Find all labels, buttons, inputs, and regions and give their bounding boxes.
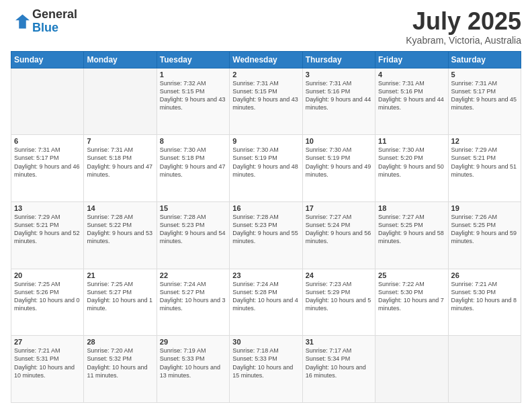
day-info: Sunrise: 7:32 AM Sunset: 5:15 PM Dayligh…: [160, 79, 226, 112]
day-number: 4: [378, 71, 445, 79]
day-info: Sunrise: 7:26 AM Sunset: 5:25 PM Dayligh…: [451, 213, 518, 246]
calendar-cell: 25Sunrise: 7:22 AM Sunset: 5:30 PM Dayli…: [375, 269, 448, 336]
day-number: 10: [306, 137, 372, 145]
calendar-cell: 14Sunrise: 7:28 AM Sunset: 5:22 PM Dayli…: [84, 201, 157, 269]
calendar-cell: 15Sunrise: 7:28 AM Sunset: 5:23 PM Dayli…: [157, 201, 229, 269]
week-row-2: 6Sunrise: 7:31 AM Sunset: 5:17 PM Daylig…: [11, 135, 521, 202]
day-info: Sunrise: 7:30 AM Sunset: 5:19 PM Dayligh…: [306, 146, 372, 179]
col-wednesday: Wednesday: [230, 51, 302, 68]
day-info: Sunrise: 7:24 AM Sunset: 5:28 PM Dayligh…: [232, 280, 299, 313]
day-info: Sunrise: 7:25 AM Sunset: 5:27 PM Dayligh…: [87, 280, 153, 313]
day-info: Sunrise: 7:29 AM Sunset: 5:21 PM Dayligh…: [14, 213, 81, 246]
svg-marker-0: [15, 14, 30, 28]
logo: General Blue: [11, 8, 77, 35]
calendar-cell: [448, 336, 521, 403]
day-number: 27: [14, 338, 81, 346]
calendar-cell: 13Sunrise: 7:29 AM Sunset: 5:21 PM Dayli…: [11, 201, 84, 269]
day-info: Sunrise: 7:28 AM Sunset: 5:23 PM Dayligh…: [160, 213, 226, 246]
calendar-table: Sunday Monday Tuesday Wednesday Thursday…: [11, 51, 521, 403]
day-number: 18: [378, 204, 445, 212]
day-info: Sunrise: 7:18 AM Sunset: 5:33 PM Dayligh…: [232, 347, 299, 379]
calendar-cell: 22Sunrise: 7:24 AM Sunset: 5:27 PM Dayli…: [157, 269, 229, 336]
day-info: Sunrise: 7:31 AM Sunset: 5:17 PM Dayligh…: [14, 146, 81, 179]
day-number: 30: [232, 338, 299, 346]
calendar-cell: 26Sunrise: 7:21 AM Sunset: 5:30 PM Dayli…: [448, 269, 521, 336]
col-saturday: Saturday: [448, 51, 521, 68]
day-number: 22: [160, 271, 226, 279]
calendar-header-row: Sunday Monday Tuesday Wednesday Thursday…: [11, 51, 521, 68]
day-number: 19: [451, 204, 518, 212]
calendar-cell: 8Sunrise: 7:30 AM Sunset: 5:18 PM Daylig…: [157, 135, 229, 202]
calendar-cell: 24Sunrise: 7:23 AM Sunset: 5:29 PM Dayli…: [302, 269, 375, 336]
day-info: Sunrise: 7:23 AM Sunset: 5:29 PM Dayligh…: [306, 280, 372, 313]
day-info: Sunrise: 7:30 AM Sunset: 5:18 PM Dayligh…: [160, 146, 226, 179]
logo-text: General Blue: [32, 8, 77, 35]
calendar-cell: 27Sunrise: 7:21 AM Sunset: 5:31 PM Dayli…: [11, 336, 84, 403]
day-number: 6: [14, 137, 81, 145]
day-info: Sunrise: 7:27 AM Sunset: 5:24 PM Dayligh…: [306, 213, 372, 246]
day-info: Sunrise: 7:31 AM Sunset: 5:18 PM Dayligh…: [87, 146, 153, 179]
day-info: Sunrise: 7:20 AM Sunset: 5:32 PM Dayligh…: [87, 347, 153, 379]
location: Kyabram, Victoria, Australia: [406, 35, 521, 46]
calendar-cell: [84, 68, 157, 135]
week-row-4: 20Sunrise: 7:25 AM Sunset: 5:26 PM Dayli…: [11, 269, 521, 336]
day-info: Sunrise: 7:17 AM Sunset: 5:34 PM Dayligh…: [306, 347, 372, 379]
day-info: Sunrise: 7:24 AM Sunset: 5:27 PM Dayligh…: [160, 280, 226, 313]
day-info: Sunrise: 7:28 AM Sunset: 5:23 PM Dayligh…: [232, 213, 299, 246]
week-row-3: 13Sunrise: 7:29 AM Sunset: 5:21 PM Dayli…: [11, 201, 521, 269]
day-number: 9: [232, 137, 299, 145]
col-tuesday: Tuesday: [157, 51, 229, 68]
day-number: 3: [306, 71, 372, 79]
calendar-cell: 4Sunrise: 7:31 AM Sunset: 5:16 PM Daylig…: [375, 68, 448, 135]
calendar-cell: 12Sunrise: 7:29 AM Sunset: 5:21 PM Dayli…: [448, 135, 521, 202]
calendar-cell: 28Sunrise: 7:20 AM Sunset: 5:32 PM Dayli…: [84, 336, 157, 403]
day-number: 14: [87, 204, 153, 212]
week-row-1: 1Sunrise: 7:32 AM Sunset: 5:15 PM Daylig…: [11, 68, 521, 135]
calendar-cell: [375, 336, 448, 403]
day-number: 15: [160, 204, 226, 212]
day-number: 13: [14, 204, 81, 212]
logo-blue: Blue: [32, 21, 58, 34]
calendar-cell: 30Sunrise: 7:18 AM Sunset: 5:33 PM Dayli…: [230, 336, 302, 403]
day-info: Sunrise: 7:19 AM Sunset: 5:33 PM Dayligh…: [160, 347, 226, 379]
calendar-cell: 5Sunrise: 7:31 AM Sunset: 5:17 PM Daylig…: [448, 68, 521, 135]
day-info: Sunrise: 7:21 AM Sunset: 5:30 PM Dayligh…: [451, 280, 518, 313]
calendar-cell: 16Sunrise: 7:28 AM Sunset: 5:23 PM Dayli…: [230, 201, 302, 269]
month-title: July 2025: [406, 8, 521, 35]
day-info: Sunrise: 7:30 AM Sunset: 5:19 PM Dayligh…: [232, 146, 299, 179]
calendar-cell: 2Sunrise: 7:31 AM Sunset: 5:15 PM Daylig…: [230, 68, 302, 135]
calendar-cell: 29Sunrise: 7:19 AM Sunset: 5:33 PM Dayli…: [157, 336, 229, 403]
header: General Blue July 2025 Kyabram, Victoria…: [11, 8, 521, 46]
day-number: 31: [306, 338, 372, 346]
calendar-cell: 1Sunrise: 7:32 AM Sunset: 5:15 PM Daylig…: [157, 68, 229, 135]
page: General Blue July 2025 Kyabram, Victoria…: [0, 0, 532, 411]
day-info: Sunrise: 7:22 AM Sunset: 5:30 PM Dayligh…: [378, 280, 445, 313]
calendar-cell: 10Sunrise: 7:30 AM Sunset: 5:19 PM Dayli…: [302, 135, 375, 202]
logo-icon: [11, 12, 30, 31]
day-info: Sunrise: 7:31 AM Sunset: 5:16 PM Dayligh…: [378, 79, 445, 112]
calendar-cell: 3Sunrise: 7:31 AM Sunset: 5:16 PM Daylig…: [302, 68, 375, 135]
week-row-5: 27Sunrise: 7:21 AM Sunset: 5:31 PM Dayli…: [11, 336, 521, 403]
col-friday: Friday: [375, 51, 448, 68]
day-number: 11: [378, 137, 445, 145]
day-info: Sunrise: 7:30 AM Sunset: 5:20 PM Dayligh…: [378, 146, 445, 179]
day-number: 7: [87, 137, 153, 145]
day-info: Sunrise: 7:28 AM Sunset: 5:22 PM Dayligh…: [87, 213, 153, 246]
col-sunday: Sunday: [11, 51, 84, 68]
day-info: Sunrise: 7:31 AM Sunset: 5:17 PM Dayligh…: [451, 79, 518, 112]
col-thursday: Thursday: [302, 51, 375, 68]
day-number: 5: [451, 71, 518, 79]
day-number: 21: [87, 271, 153, 279]
day-number: 20: [14, 271, 81, 279]
day-number: 29: [160, 338, 226, 346]
day-number: 17: [306, 204, 372, 212]
day-number: 23: [232, 271, 299, 279]
day-info: Sunrise: 7:21 AM Sunset: 5:31 PM Dayligh…: [14, 347, 81, 379]
day-number: 2: [232, 71, 299, 79]
calendar-cell: [11, 68, 84, 135]
day-info: Sunrise: 7:29 AM Sunset: 5:21 PM Dayligh…: [451, 146, 518, 179]
calendar-cell: 19Sunrise: 7:26 AM Sunset: 5:25 PM Dayli…: [448, 201, 521, 269]
day-info: Sunrise: 7:25 AM Sunset: 5:26 PM Dayligh…: [14, 280, 81, 313]
day-number: 26: [451, 271, 518, 279]
calendar-cell: 9Sunrise: 7:30 AM Sunset: 5:19 PM Daylig…: [230, 135, 302, 202]
